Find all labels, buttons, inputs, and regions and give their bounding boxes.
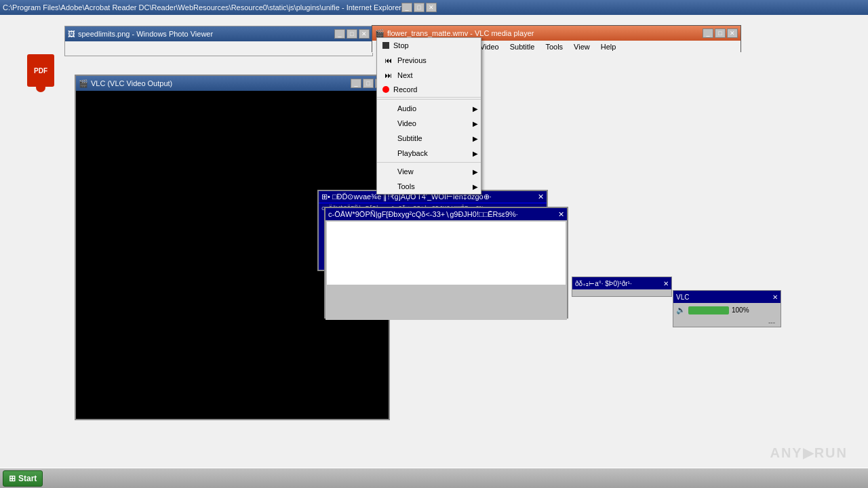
ie-title-text: C:\Program Files\Adobe\Acrobat Reader DC… bbox=[3, 3, 401, 12]
photo-viewer-title: speedlimits.png - Windows Photo Viewer bbox=[78, 30, 213, 38]
menu-next-label: Next bbox=[397, 71, 413, 79]
start-label: Start bbox=[18, 474, 37, 483]
start-button[interactable]: ⊞ Start bbox=[3, 470, 43, 487]
cmd-window-2: c-ÖÄW*9ÖPÑ|gF[Ðbxyg²cQδ<-33+∖g9ÐJH0!□□ĒR… bbox=[324, 207, 568, 319]
cmd-title-2: c-ÖÄW*9ÖPÑ|gF[Ðbxyg²cQδ<-33+∖g9ÐJH0!□□ĒR… bbox=[328, 210, 518, 219]
previous-icon: ⏮ bbox=[382, 56, 393, 64]
view-submenu-arrow: ▶ bbox=[473, 168, 478, 176]
subtitle-submenu-arrow: ▶ bbox=[473, 135, 478, 142]
vlc-menu-tools[interactable]: Tools bbox=[542, 43, 566, 51]
ie-window-controls[interactable]: _ □ ✕ bbox=[401, 3, 437, 12]
menu-item-tools[interactable]: Tools ▶ bbox=[377, 179, 481, 194]
record-icon bbox=[382, 86, 389, 93]
vlc-menu-view[interactable]: View bbox=[571, 43, 593, 51]
photo-maximize-button[interactable]: □ bbox=[347, 29, 357, 39]
vlc-mini-content: 🔊 100% bbox=[673, 303, 781, 317]
menu-audio-label: Audio bbox=[397, 104, 416, 113]
menu-video-label: Video bbox=[397, 119, 416, 127]
stop-icon bbox=[382, 42, 389, 49]
menu-previous-label: Previous bbox=[397, 56, 427, 64]
vlc-video-title: VLC (VLC Video Output) bbox=[91, 79, 172, 87]
pdf-icon-area: PDF bbox=[20, 54, 61, 102]
playback-dropdown-menu: Stop ⏮ Previous ⏭ Next Record Audio ▶ Vi… bbox=[376, 37, 481, 195]
pdf-icon: PDF bbox=[27, 54, 54, 87]
vlc-video-titlebar: 🎬 VLC (VLC Video Output) _ □ ✕ bbox=[76, 76, 389, 91]
vlc-mini-label: --- bbox=[673, 317, 781, 327]
cmd-content-2 bbox=[327, 222, 566, 285]
pdf-badge bbox=[36, 83, 45, 92]
anyrun-text: ANY▶RUN bbox=[770, 445, 848, 460]
menu-item-subtitle[interactable]: Subtitle ▶ bbox=[377, 131, 481, 146]
menu-stop-label: Stop bbox=[393, 41, 409, 49]
menu-divider-1 bbox=[377, 99, 481, 100]
small-dialog-title: ðδ₊₂⊢a°· $Þ0)¹ðr¹· ✕ bbox=[572, 277, 671, 289]
small-dialog-title-text: ðδ₊₂⊢a°· $Þ0)¹ðr¹· bbox=[575, 280, 632, 287]
vlc-video-minimize-button[interactable]: _ bbox=[351, 79, 361, 88]
vlc-menu-help[interactable]: Help bbox=[598, 43, 619, 51]
photo-close-button[interactable]: ✕ bbox=[359, 29, 370, 39]
vlc-title-text: flower_trans_matte.wmv - VLC media playe… bbox=[387, 29, 534, 37]
ie-close-button[interactable]: ✕ bbox=[426, 3, 437, 12]
vlc-video-maximize-button[interactable]: □ bbox=[363, 79, 374, 88]
video-submenu-arrow: ▶ bbox=[473, 120, 478, 127]
windows-icon: ⊞ bbox=[9, 474, 16, 483]
photo-viewer-titlebar: 🖼 speedlimits.png - Windows Photo Viewer… bbox=[65, 26, 372, 41]
tools-submenu-arrow: ▶ bbox=[473, 183, 478, 190]
small-dialog: ðδ₊₂⊢a°· $Þ0)¹ðr¹· ✕ bbox=[572, 277, 672, 297]
menu-item-next[interactable]: ⏭ Next bbox=[377, 68, 481, 83]
menu-item-record[interactable]: Record bbox=[377, 83, 481, 98]
vlc-minimize-button[interactable]: _ bbox=[703, 28, 713, 38]
vlc-close-button[interactable]: ✕ bbox=[727, 28, 738, 38]
vlc-window-controls[interactable]: _ □ ✕ bbox=[703, 28, 738, 38]
vlc-mini-player: VLC ✕ 🔊 100% --- bbox=[673, 290, 781, 327]
next-icon: ⏭ bbox=[382, 71, 393, 79]
playback-submenu-arrow: ▶ bbox=[473, 150, 478, 157]
cmd-titlebar-2: c-ÖÄW*9ÖPÑ|gF[Ðbxyg²cQδ<-33+∖g9ÐJH0!□□ĒR… bbox=[326, 208, 567, 220]
menu-item-view[interactable]: View ▶ bbox=[377, 164, 481, 179]
menu-subtitle-label: Subtitle bbox=[397, 134, 422, 142]
menu-item-playback[interactable]: Playback ▶ bbox=[377, 146, 481, 161]
small-dialog-close[interactable]: ✕ bbox=[663, 280, 669, 287]
pdf-icon-label: PDF bbox=[34, 67, 47, 75]
cmd-close-1[interactable]: ✕ bbox=[538, 192, 544, 201]
menu-item-video[interactable]: Video ▶ bbox=[377, 116, 481, 131]
photo-viewer-window: 🖼 speedlimits.png - Windows Photo Viewer… bbox=[64, 26, 373, 56]
menu-item-stop[interactable]: Stop bbox=[377, 38, 481, 53]
vlc-mini-titlebar: VLC ✕ bbox=[673, 291, 781, 303]
vlc-maximize-button[interactable]: □ bbox=[715, 28, 726, 38]
cmd-bottom-2 bbox=[326, 286, 567, 320]
vlc-mini-close[interactable]: ✕ bbox=[772, 293, 778, 301]
menu-view-label: View bbox=[397, 167, 414, 176]
menu-item-previous[interactable]: ⏮ Previous bbox=[377, 53, 481, 68]
vlc-menu-subtitle[interactable]: Subtitle bbox=[507, 43, 538, 51]
taskbar: ⊞ Start bbox=[0, 468, 868, 488]
vlc-mini-title: VLC bbox=[676, 293, 689, 301]
ie-minimize-button[interactable]: _ bbox=[401, 3, 412, 12]
menu-playback-label: Playback bbox=[397, 149, 428, 157]
menu-record-label: Record bbox=[393, 85, 417, 94]
menu-divider-2 bbox=[377, 162, 481, 163]
volume-bar bbox=[688, 306, 729, 314]
photo-viewer-controls[interactable]: _ □ ✕ bbox=[334, 29, 370, 39]
photo-minimize-button[interactable]: _ bbox=[334, 29, 345, 39]
menu-tools-label: Tools bbox=[397, 182, 415, 190]
anyrun-watermark: ANY▶RUN bbox=[770, 445, 848, 461]
ie-maximize-button[interactable]: □ bbox=[414, 3, 425, 12]
volume-text: 100% bbox=[732, 306, 749, 314]
menu-item-audio[interactable]: Audio ▶ bbox=[377, 101, 481, 116]
audio-submenu-arrow: ▶ bbox=[473, 105, 478, 113]
speaker-icon: 🔊 bbox=[676, 306, 686, 314]
cmd-close-2[interactable]: ✕ bbox=[558, 210, 564, 219]
ie-titlebar: C:\Program Files\Adobe\Acrobat Reader DC… bbox=[0, 0, 868, 15]
